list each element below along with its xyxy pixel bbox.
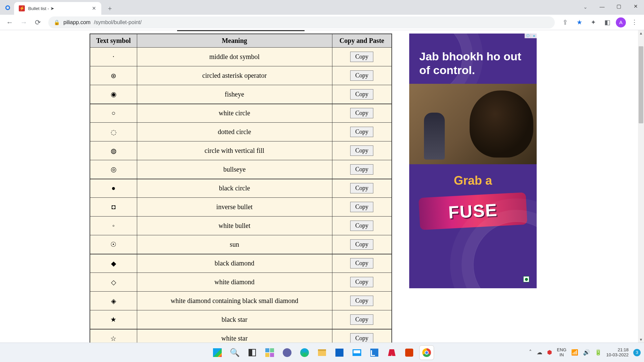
sidepanel-icon[interactable]: ◧ (602, 17, 613, 28)
copy-button[interactable]: Copy (350, 52, 373, 62)
table-row: ◦white bulletCopy (90, 217, 392, 235)
url-path: /symbol/bullet-point/ (94, 19, 142, 25)
copy-button[interactable]: Copy (350, 314, 373, 325)
language-indicator[interactable]: ENG IN (557, 348, 566, 357)
wifi-icon[interactable]: 📶 (571, 349, 578, 356)
scroll-up-icon[interactable]: ▲ (638, 30, 644, 36)
copy-cell: Copy (332, 198, 392, 217)
copy-button[interactable]: Copy (350, 145, 373, 156)
copy-cell: Copy (332, 123, 392, 141)
table-row: ·middle dot symbolCopy (90, 48, 392, 66)
symbol-cell: ◆ (90, 254, 137, 273)
tray-app-icon[interactable]: ⬢ (547, 349, 552, 356)
copy-button[interactable]: Copy (350, 127, 373, 137)
symbol-cell: ◦ (90, 217, 137, 235)
mcafee-icon[interactable] (385, 346, 399, 360)
copy-cell: Copy (332, 85, 392, 104)
teams-icon[interactable] (280, 346, 294, 360)
forward-button[interactable]: → (18, 17, 30, 28)
battery-icon[interactable]: 🔋 (595, 349, 602, 356)
copy-button[interactable]: Copy (350, 239, 373, 250)
meaning-cell: fisheye (137, 85, 332, 104)
edge-icon[interactable] (298, 346, 312, 360)
ad-image (409, 84, 537, 164)
copy-button[interactable]: Copy (350, 183, 373, 193)
copy-button[interactable]: Copy (350, 108, 373, 118)
table-row: ◈white diamond containing black small di… (90, 292, 392, 310)
taskbar: 🔍 L ˄ ☁ ⬢ ENG IN 📶 🔊 🔋 21:18 10-03-2022 … (0, 343, 644, 362)
task-view-button[interactable] (245, 346, 259, 360)
copy-cell: Copy (332, 235, 392, 254)
clock[interactable]: 21:18 10-03-2022 (606, 348, 629, 358)
symbol-cell: · (90, 48, 137, 66)
share-icon[interactable]: ⇪ (559, 17, 571, 28)
tab-search-icon[interactable]: ⌄ (583, 4, 588, 10)
meaning-cell: bullseye (137, 160, 332, 179)
mail-icon[interactable] (350, 346, 364, 360)
copy-cell: Copy (332, 254, 392, 273)
ad-info-icon[interactable]: ⓘ (525, 34, 531, 38)
meaning-cell: middle dot symbol (137, 48, 332, 66)
meaning-cell: black circle (137, 179, 332, 198)
omnibox[interactable]: 🔒 piliapp.com/symbol/bullet-point/ (48, 16, 555, 28)
search-button[interactable]: 🔍 (228, 346, 242, 360)
copy-button[interactable]: Copy (350, 89, 373, 100)
chrome-icon[interactable] (420, 346, 434, 360)
onedrive-icon[interactable]: ☁ (537, 349, 542, 356)
tray-chevron-icon[interactable]: ˄ (529, 349, 532, 356)
copy-button[interactable]: Copy (350, 258, 373, 268)
widgets-button[interactable] (263, 346, 277, 360)
symbol-cell: ● (90, 179, 137, 198)
copy-button[interactable]: Copy (350, 277, 373, 287)
veg-mark-icon (523, 276, 529, 282)
ad-close-icon[interactable]: ✕ (531, 34, 537, 38)
start-button[interactable] (210, 346, 224, 360)
extensions-icon[interactable]: ✦ (588, 17, 599, 28)
explorer-icon[interactable] (315, 346, 329, 360)
copy-button[interactable]: Copy (350, 70, 373, 81)
minimize-button[interactable]: — (594, 0, 610, 13)
office-icon[interactable] (402, 346, 416, 360)
favicon-icon (19, 5, 25, 11)
back-button[interactable]: ← (4, 17, 15, 28)
close-tab-button[interactable]: ✕ (91, 6, 97, 11)
maximize-button[interactable]: ▢ (610, 0, 627, 13)
copy-button[interactable]: Copy (350, 164, 373, 175)
ad-banner[interactable]: ⓘ ✕ Jab bhookh ho out of control. Grab a… (409, 34, 537, 288)
window-indicator-icon (5, 5, 10, 10)
copy-button[interactable]: Copy (350, 296, 373, 306)
meaning-cell: white bullet (137, 217, 332, 235)
symbol-cell: ◈ (90, 292, 137, 310)
notification-badge[interactable]: 3 (633, 349, 641, 356)
store-icon[interactable] (332, 346, 346, 360)
window-controls: — ▢ ✕ (594, 0, 644, 13)
browser-tab[interactable]: Bullet list - ➤ ✕ (14, 2, 101, 15)
app-l-icon[interactable]: L (367, 346, 381, 360)
table-row: ◍circle with vertical fillCopy (90, 141, 392, 160)
meaning-cell: black diamond (137, 254, 332, 273)
symbol-cell: ◌ (90, 123, 137, 141)
tab-title: Bullet list - ➤ (28, 6, 88, 11)
profile-avatar[interactable]: A (616, 17, 626, 27)
table-row: ◌dotted circleCopy (90, 123, 392, 141)
copy-button[interactable]: Copy (350, 221, 373, 231)
copy-button[interactable]: Copy (350, 333, 373, 343)
kebab-menu-icon[interactable]: ⋮ (629, 17, 640, 28)
new-tab-button[interactable]: ＋ (105, 3, 115, 13)
copy-cell: Copy (332, 329, 392, 343)
scroll-thumb[interactable] (639, 46, 643, 123)
symbol-cell: ○ (90, 104, 137, 123)
ad-controls: ⓘ ✕ (525, 34, 537, 38)
close-window-button[interactable]: ✕ (627, 0, 644, 13)
scroll-down-icon[interactable]: ▼ (638, 337, 644, 343)
meaning-cell: black star (137, 310, 332, 329)
copy-button[interactable]: Copy (350, 202, 373, 212)
copy-cell: Copy (332, 48, 392, 66)
reload-button[interactable]: ⟳ (32, 17, 44, 28)
symbol-cell: ◎ (90, 160, 137, 179)
vertical-scrollbar[interactable]: ▲ ▼ (638, 30, 644, 343)
ad-subhead: Grab a (409, 164, 537, 188)
divider-line (177, 30, 305, 31)
volume-icon[interactable]: 🔊 (583, 349, 590, 356)
bookmark-star-icon[interactable]: ★ (574, 17, 585, 28)
